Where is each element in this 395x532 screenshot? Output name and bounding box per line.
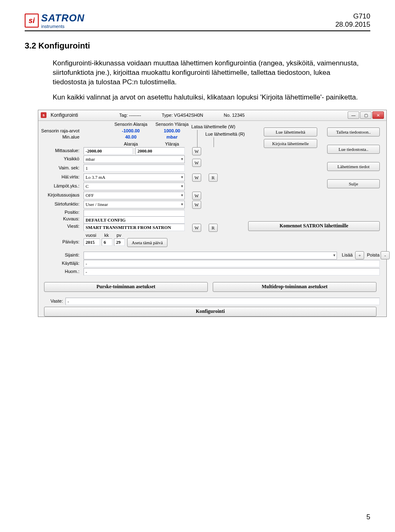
no-label: No. xyxy=(224,113,231,118)
damp-label: Vaim. sek: xyxy=(38,165,79,170)
position-label: Positio: xyxy=(38,210,79,215)
paragraph-2: Kun kaikki valinnat ja arvot on asetettu… xyxy=(53,93,361,102)
sensor-lo-header: Sensorin Alaraja xyxy=(112,122,149,127)
xfer-label: Siirtofunktio: xyxy=(38,201,79,206)
doc-date: 28.09.2015 xyxy=(335,21,370,29)
r-button[interactable]: R xyxy=(209,173,218,182)
type-label: Type: xyxy=(162,113,173,118)
no-value: 12345 xyxy=(232,113,245,118)
w-button[interactable]: W xyxy=(192,159,201,167)
response-field xyxy=(65,298,380,305)
config-button[interactable]: Konfigurointi xyxy=(44,307,376,317)
location-select[interactable] xyxy=(84,252,337,259)
paragraph-1: Konfigurointi-ikkunassa voidaan muuttaa … xyxy=(53,59,361,87)
msg-input[interactable] xyxy=(84,224,185,231)
sensor-range-label: Sensorin raja-arvot xyxy=(38,128,79,133)
save-file-button[interactable]: Talleta tiedostoon.. xyxy=(327,127,380,136)
config-window: s Konfigurointi Tag: -------- Type: VG4S… xyxy=(38,110,387,317)
logo-main: SATRON xyxy=(41,12,85,24)
multidrop-settings-button[interactable]: Multidrop-toiminnan asetukset xyxy=(213,282,376,292)
response-label: Vaste: xyxy=(38,298,63,303)
measure-label: Mittausalue: xyxy=(38,148,79,153)
date-label: Päiväys: xyxy=(38,239,79,244)
year-input[interactable] xyxy=(84,238,100,246)
divider xyxy=(214,137,214,147)
remove-button[interactable]: - xyxy=(381,251,390,259)
tag-label: Tag: xyxy=(119,113,128,118)
xfer-select[interactable]: User / linear xyxy=(84,201,185,208)
wprotect-select[interactable]: OFF xyxy=(84,192,185,199)
measure-hi-input[interactable] xyxy=(135,147,185,155)
read-from-tx-button[interactable]: Lue lähettimeltä xyxy=(264,127,317,136)
month-input[interactable] xyxy=(102,238,112,246)
logo: si SATRON instruments xyxy=(25,12,85,29)
alarm-select[interactable]: Lo 3.7 mA xyxy=(84,173,185,181)
close-button[interactable]: ✕ xyxy=(372,111,384,119)
sensor-hi-header: Sensorin Yläraja xyxy=(153,122,191,127)
doc-id: G710 xyxy=(335,12,370,21)
unit-select[interactable]: mbar xyxy=(84,155,185,163)
unit-label: Yksikkö xyxy=(38,156,79,161)
tx-info-button[interactable]: Lähettimen tiedot xyxy=(327,162,380,171)
type-value: VG4S42SH0N xyxy=(174,113,203,118)
write-to-tx-button[interactable]: Kirjoita lähettimelle xyxy=(264,139,317,148)
desc-label: Kuvaus: xyxy=(38,216,79,221)
year-header: vuosi xyxy=(83,233,99,238)
location-label: Sijainti: xyxy=(38,252,79,257)
temp-label: Lämpöt.yks.: xyxy=(38,183,79,188)
logo-sub: instruments xyxy=(41,24,85,29)
window-title: Konfigurointi xyxy=(51,112,78,118)
body-text: Konfigurointi-ikkunassa voidaan muuttaa … xyxy=(25,59,370,102)
remove-label: Poista xyxy=(366,252,381,257)
min-range-label: Min.alue xyxy=(38,134,79,139)
satron-commands-button[interactable]: Komennot SATRON lähettimille xyxy=(248,221,380,231)
burst-settings-button[interactable]: Purske-toiminnan asetukset xyxy=(44,282,208,292)
user-input[interactable] xyxy=(84,260,380,267)
w-button[interactable]: W xyxy=(192,224,201,232)
min-hi-value: mbar xyxy=(153,134,191,139)
read-tx-label: Lue lähettimeltä (R) xyxy=(205,132,259,136)
sensor-hi-value: 1000.00 xyxy=(153,128,191,133)
close-app-button[interactable]: Sulje xyxy=(327,179,380,188)
logo-badge: si xyxy=(25,14,39,28)
month-header: kk xyxy=(101,233,112,238)
add-label: Lisää xyxy=(340,252,354,257)
titlebar: s Konfigurointi Tag: -------- Type: VG4S… xyxy=(38,110,386,121)
set-today-button[interactable]: Aseta tämä päivä xyxy=(127,238,167,247)
maximize-button[interactable]: ▢ xyxy=(360,111,372,119)
load-tx-label: Lataa lähettimelle (W) xyxy=(191,124,241,129)
app-icon: s xyxy=(41,112,46,118)
w-button[interactable]: W xyxy=(192,173,201,182)
temp-select[interactable]: C xyxy=(84,183,185,190)
minimize-button[interactable]: — xyxy=(348,111,359,119)
alarm-label: Häl.virta: xyxy=(38,174,79,179)
sensor-lo-value: -1000.00 xyxy=(112,128,149,133)
low-header: Alaraja xyxy=(112,141,149,146)
w-button[interactable]: W xyxy=(192,201,201,209)
wprotect-label: Kirjoitussuojaus xyxy=(38,192,79,197)
w-button[interactable]: W xyxy=(192,192,201,200)
page-header: si SATRON instruments G710 28.09.2015 xyxy=(25,12,370,31)
page-number: 5 xyxy=(367,513,370,521)
measure-lo-input[interactable] xyxy=(84,147,133,155)
r-button[interactable]: R xyxy=(209,224,218,232)
note-input[interactable] xyxy=(84,268,380,275)
divider xyxy=(197,130,198,147)
note-label: Huom.: xyxy=(38,269,79,274)
add-button[interactable]: + xyxy=(355,251,364,259)
min-lo-value: 40.00 xyxy=(112,134,149,139)
day-header: pv xyxy=(113,233,125,238)
day-input[interactable] xyxy=(114,238,125,246)
section-heading: 3.2 Konfigurointi xyxy=(25,41,370,51)
user-label: Käyttäjä: xyxy=(38,261,79,266)
damp-input[interactable] xyxy=(84,164,185,172)
msg-label: Viesti: xyxy=(38,224,79,229)
load-file-button[interactable]: Lue tiedostosta.. xyxy=(327,145,380,154)
desc-input[interactable] xyxy=(84,216,185,224)
high-header: Yläraja xyxy=(153,141,191,146)
w-button[interactable]: W xyxy=(192,147,201,155)
tag-value: -------- xyxy=(129,113,141,118)
